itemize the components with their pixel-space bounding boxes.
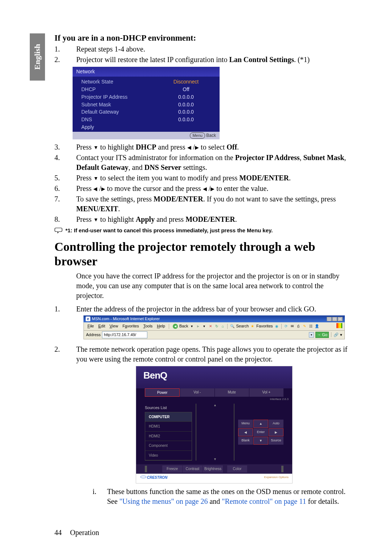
subheading-non-dhcp: If you are in a non-DHCP environment:	[54, 33, 352, 43]
mail-icon[interactable]: ✉	[290, 324, 295, 328]
brightness-button[interactable]: Brightness	[203, 465, 223, 473]
freeze-button[interactable]: Freeze	[162, 465, 182, 473]
enter-button[interactable]: Enter	[253, 428, 268, 436]
left-arrow-icon: ◀	[187, 144, 191, 151]
maximize-icon[interactable]: □	[332, 317, 337, 321]
gateway-value: 0.0.0.0	[161, 109, 211, 115]
vol-down-button[interactable]: Vol -	[180, 388, 214, 397]
down-arrow-icon: ▼	[93, 175, 98, 182]
down-arrow-icon: ▼	[93, 217, 98, 224]
ip-label: Projector IP Address	[81, 94, 161, 101]
forward-icon[interactable]: ►	[196, 324, 200, 328]
refresh-icon[interactable]: ↻	[214, 324, 219, 328]
right-button[interactable]: ▶	[269, 428, 283, 436]
discuss-icon[interactable]: ☷	[309, 324, 313, 328]
dhcp-label: DHCP	[81, 86, 161, 93]
source-button[interactable]: Source	[269, 437, 283, 445]
go-button[interactable]: → Go	[315, 332, 329, 338]
back-icon[interactable]: ◄	[173, 324, 178, 329]
source-video[interactable]: Video	[145, 451, 192, 461]
menu-edit[interactable]: Edit	[97, 323, 107, 329]
heading-web-control: Controlling the projector remotely throu…	[54, 240, 352, 269]
menu-view[interactable]: View	[108, 323, 120, 329]
up-button[interactable]: ▲	[253, 420, 268, 428]
browser-window: e MSN.com - Microsoft Internet Explorer …	[83, 315, 345, 339]
step-1: Repeat steps 1-4 above.	[76, 44, 352, 54]
mute-button[interactable]: Mute	[215, 388, 249, 397]
dropdown-icon[interactable]: ▾	[340, 332, 342, 338]
menu-help[interactable]: Help	[155, 323, 167, 329]
slider-right-icon[interactable]	[281, 466, 283, 472]
stop-icon[interactable]: ✕	[208, 324, 213, 328]
menu-button[interactable]: Menu	[238, 420, 253, 428]
steps-list-a: Repeat steps 1-4 above. Projector will r…	[54, 44, 352, 224]
left-button[interactable]: ◀	[238, 428, 253, 436]
vol-up-button[interactable]: Vol +	[249, 388, 283, 397]
browser-menu-bar: File Edit View Favorites Tools Help ◄ Ba…	[83, 322, 345, 331]
favorites-label[interactable]: Favorites	[256, 323, 273, 329]
edit-icon[interactable]: ✎	[302, 324, 307, 328]
minimize-icon[interactable]: _	[327, 317, 332, 321]
link-remote-control[interactable]: "Remote control" on page 11	[222, 497, 306, 505]
page-content: If you are in a non-DHCP environment: Re…	[0, 0, 392, 522]
search-label[interactable]: Search	[236, 323, 249, 329]
down-button[interactable]: ▼	[253, 437, 268, 445]
blank-button[interactable]: Blank	[238, 437, 253, 445]
network-panel-footer: Menu Back	[73, 132, 220, 139]
source-component[interactable]: Component	[145, 441, 192, 451]
step-7: To save the settings, press MODE/ENTER. …	[76, 194, 352, 214]
home-icon[interactable]: ⌂	[220, 324, 225, 328]
browser-address-bar: Address http://172.16.7.49/ ▾ → Go 🔗 ▾	[83, 331, 345, 339]
messenger-icon[interactable]: 👤	[315, 324, 319, 328]
source-computer[interactable]: COMPUTER	[145, 412, 192, 422]
ip-value: 0.0.0.0	[161, 94, 211, 101]
left-arrow-icon: ◀	[93, 186, 97, 193]
brand-header: BenQ	[136, 366, 292, 387]
source-hdmi2[interactable]: HDMI2	[145, 432, 192, 441]
menu-tools[interactable]: Tools	[142, 323, 154, 329]
address-input[interactable]: http://172.16.7.49/	[102, 331, 147, 338]
menu-favorites[interactable]: Favorites	[121, 323, 140, 329]
right-arrow-icon: ▶	[101, 186, 105, 193]
step-8: Press ▼ to highlight Apply and press MOD…	[76, 215, 352, 224]
dropdown-icon[interactable]: ▾	[202, 324, 207, 328]
links-icon[interactable]: 🔗	[334, 332, 339, 338]
bottom-toolbar: Freeze Contrast Brightness Color	[136, 464, 292, 474]
favorites-icon[interactable]: ★	[250, 324, 255, 328]
search-icon[interactable]: 🔍	[230, 324, 234, 328]
scroll-down-icon[interactable]: ▼	[213, 457, 217, 461]
center-panel: ▲ ▼	[196, 404, 234, 461]
language-tab: English	[30, 33, 45, 81]
close-icon[interactable]: ×	[338, 317, 343, 321]
menu-file[interactable]: File	[86, 323, 95, 329]
crestron-label: CRESTRON	[147, 475, 167, 480]
expansion-options-link[interactable]: Expansion Options	[264, 476, 289, 479]
subnet-label: Subnet Mask	[81, 101, 161, 108]
section-name: Operation	[70, 529, 99, 536]
slider-left-icon[interactable]	[145, 466, 147, 472]
interface-version: Interface 2.6.3	[136, 397, 292, 402]
browser-title: MSN.com - Microsoft Internet Explorer	[92, 316, 160, 322]
left-arrow-icon: ◀	[203, 186, 207, 193]
step-4: Contact your ITS administrator for infor…	[76, 153, 352, 172]
power-button[interactable]: Power	[145, 388, 180, 397]
color-button[interactable]: Color	[227, 465, 247, 473]
benq-logo: BenQ	[143, 370, 167, 381]
media-icon[interactable]: ◉	[274, 324, 279, 328]
back-label[interactable]: Back	[179, 323, 188, 329]
top-toolbar: Power Vol - Mute Vol +	[136, 388, 292, 397]
print-icon[interactable]: ⎙	[296, 324, 301, 328]
scroll-up-icon[interactable]: ▲	[213, 403, 217, 407]
dropdown-icon[interactable]: ▾	[189, 324, 194, 328]
auto-button[interactable]: Auto	[269, 420, 283, 428]
footnote: *1: If end-user want to cancel this proc…	[54, 227, 352, 234]
roman-i: These buttons function the same as the o…	[107, 487, 352, 506]
history-icon[interactable]: ⟳	[284, 324, 289, 328]
sources-panel: Sources List COMPUTER HDMI1 HDMI2 Compon…	[145, 404, 192, 461]
link-using-menus[interactable]: "Using the menus" on page 26	[119, 497, 208, 505]
address-dropdown-icon[interactable]: ▾	[309, 332, 314, 338]
source-hdmi1[interactable]: HDMI1	[145, 422, 192, 432]
dns-label: DNS	[81, 116, 161, 123]
remote-control-page: BenQ Power Vol - Mute Vol + Interface 2.…	[136, 366, 292, 483]
contrast-button[interactable]: Contrast	[183, 465, 203, 473]
